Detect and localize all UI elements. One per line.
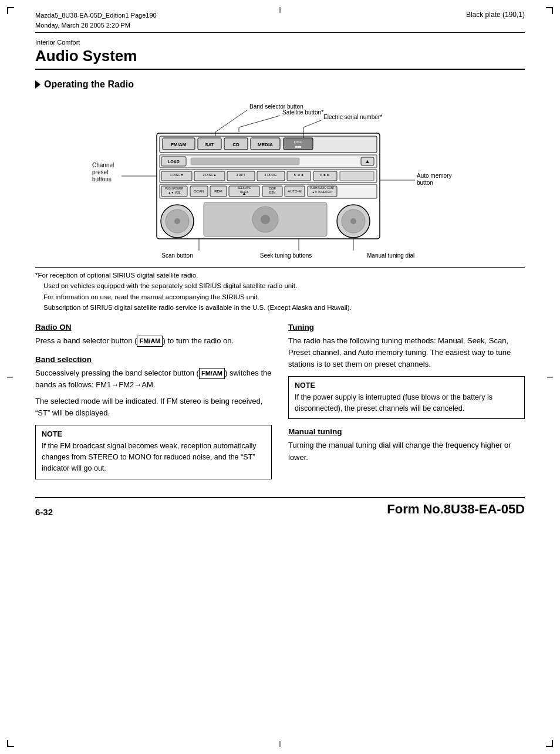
note-box-1: NOTE If the FM broadcast signal becomes … [35, 425, 272, 479]
note1-text: If the FM broadcast signal becomes weak,… [42, 441, 265, 474]
crop-left [7, 377, 13, 377]
svg-text:SCAN: SCAN [194, 190, 204, 193]
footnote-section: *For reception of optional SIRIUS digita… [35, 267, 525, 313]
svg-text:LOAD: LOAD [168, 160, 180, 164]
svg-point-58 [261, 215, 270, 224]
manual-tuning-title: Manual tuning [288, 427, 525, 436]
svg-text:1 DISC▼: 1 DISC▼ [170, 173, 183, 177]
header-right: Black plate (190,1) [466, 11, 525, 19]
page-wrapper: Mazda5_8U38-EA-05D_Edition1 Page190 Mond… [0, 0, 560, 754]
band-selection-title: Band selection [35, 355, 272, 364]
svg-text:Electric serial number*: Electric serial number* [323, 114, 382, 120]
radio-on-text: Press a band selector button (FM/AM) to … [35, 335, 272, 347]
svg-text:button: button [417, 180, 433, 186]
radio-on-title: Radio ON [35, 323, 272, 332]
svg-text:3  RPT: 3 RPT [236, 173, 245, 177]
svg-text:FM/AM: FM/AM [171, 142, 187, 147]
svg-point-61 [350, 218, 356, 224]
svg-text:6 ►►: 6 ►► [321, 173, 330, 177]
svg-text:Scan button: Scan button [161, 252, 193, 259]
svg-text:Satellite button*: Satellite button* [282, 109, 323, 116]
svg-text:Manual tuning dial: Manual tuning dial [367, 252, 414, 259]
svg-text:DISP: DISP [269, 187, 276, 190]
svg-text:CD: CD [232, 142, 239, 147]
svg-text:RDM: RDM [214, 190, 222, 193]
svg-text:PUSH POWER: PUSH POWER [166, 187, 184, 190]
crop-top [280, 7, 281, 13]
svg-text:▲: ▲ [242, 191, 247, 195]
svg-text:ESN: ESN [269, 191, 276, 194]
band-selection-text2: The selected mode will be indicated. If … [35, 395, 272, 419]
fmam-badge-1: FM/AM [137, 336, 163, 347]
svg-text:MEDIA: MEDIA [258, 142, 273, 147]
corner-tl [7, 7, 14, 14]
svg-text:▲▼ VOL: ▲▼ VOL [168, 191, 181, 194]
svg-text:4  PROG: 4 PROG [265, 173, 277, 177]
svg-rect-32 [340, 171, 374, 181]
svg-text:■■■: ■■■ [295, 145, 302, 148]
footnote-line2: Used on vehicles equipped with the separ… [35, 280, 525, 291]
svg-text:Auto memory: Auto memory [417, 173, 451, 179]
svg-text:PUSH AUDIO CONT: PUSH AUDIO CONT [310, 187, 335, 190]
page-number: 6-32 [35, 507, 53, 517]
manual-tuning-text: Turning the manual tuning dial will chan… [288, 439, 525, 463]
header-line1: Mazda5_8U38-EA-05D_Edition1 Page190 [35, 11, 157, 21]
band-selection-text1: Successively pressing the band selector … [35, 367, 272, 391]
two-col: Radio ON Press a band selector button (F… [35, 323, 525, 485]
svg-text:▲▼ TUNE/TEXT: ▲▼ TUNE/TEXT [312, 191, 332, 194]
operating-title: Operating the Radio [44, 79, 134, 90]
svg-text:preset: preset [92, 169, 109, 175]
note2-text: If the power supply is interrupted (fuse… [295, 392, 518, 414]
corner-bl [7, 740, 14, 747]
triangle-icon [35, 80, 41, 89]
note2-label: NOTE [295, 381, 518, 390]
svg-text:Channel: Channel [92, 162, 114, 168]
svg-point-55 [174, 218, 180, 224]
page-footer: 6-32 Form No.8U38-EA-05D [35, 497, 525, 517]
tuning-text: The radio has the following tuning metho… [288, 335, 525, 370]
svg-text:Seek tuning buttons: Seek tuning buttons [260, 252, 312, 259]
svg-rect-16 [191, 158, 299, 165]
svg-line-63 [215, 110, 248, 132]
svg-text:▲: ▲ [365, 158, 370, 164]
col-left: Radio ON Press a band selector button (F… [35, 323, 272, 485]
radio-diagram: FM/AM SAT CD MEDIA DISC ■■■ LOAD ▲ 1 DIS… [86, 98, 474, 262]
fmam-badge-2: FM/AM [199, 368, 225, 379]
section-title: Audio System [35, 47, 525, 65]
footnote-line4: Subscription of SIRIUS digital satellite… [35, 302, 525, 313]
corner-br [546, 740, 553, 747]
tuning-title: Tuning [288, 323, 525, 332]
section-label: Interior Comfort [35, 39, 525, 46]
page-header: Mazda5_8U38-EA-05D_Edition1 Page190 Mond… [35, 11, 525, 33]
note1-label: NOTE [42, 430, 265, 438]
svg-line-69 [303, 120, 321, 127]
title-divider [35, 69, 525, 70]
header-left: Mazda5_8U38-EA-05D_Edition1 Page190 Mond… [35, 11, 157, 30]
svg-text:SAT: SAT [205, 142, 214, 147]
header-line2: Monday, March 28 2005 2:20 PM [35, 21, 157, 31]
svg-text:buttons: buttons [92, 176, 112, 182]
corner-tr [546, 7, 553, 14]
footnote-line1: *For reception of optional SIRIUS digita… [35, 270, 525, 280]
operating-heading: Operating the Radio [35, 79, 525, 90]
form-number: Form No.8U38-EA-05D [387, 502, 525, 517]
note-box-2: NOTE If the power supply is interrupted … [288, 376, 525, 420]
col-right: Tuning The radio has the following tunin… [288, 323, 525, 485]
svg-text:AUTO-M: AUTO-M [288, 190, 302, 193]
svg-line-66 [239, 116, 280, 127]
diagram-container: FM/AM SAT CD MEDIA DISC ■■■ LOAD ▲ 1 DIS… [35, 98, 525, 262]
svg-text:2 DISC▲: 2 DISC▲ [203, 173, 216, 177]
footnote-line3: For information on use, read the manual … [35, 292, 525, 302]
crop-bottom [280, 741, 281, 747]
crop-right [547, 377, 553, 377]
svg-text:DISC: DISC [294, 140, 303, 144]
svg-text:5 ◄◄: 5 ◄◄ [294, 173, 304, 177]
svg-text:SEEK/APC: SEEK/APC [238, 187, 251, 190]
